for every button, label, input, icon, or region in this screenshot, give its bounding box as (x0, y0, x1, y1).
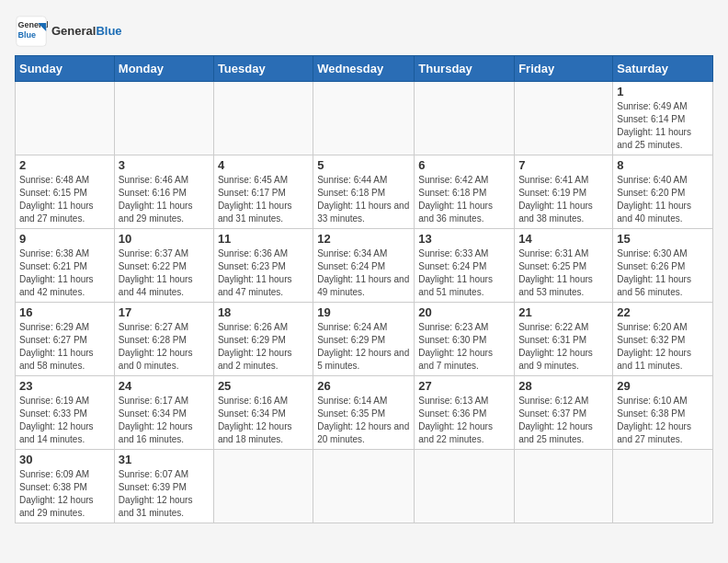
week-row-5: 23Sunrise: 6:19 AM Sunset: 6:33 PM Dayli… (16, 376, 713, 450)
day-number: 23 (19, 379, 110, 393)
calendar-cell: 30Sunrise: 6:09 AM Sunset: 6:38 PM Dayli… (16, 450, 115, 523)
calendar-cell: 6Sunrise: 6:42 AM Sunset: 6:18 PM Daylig… (415, 155, 515, 229)
calendar-cell: 25Sunrise: 6:16 AM Sunset: 6:34 PM Dayli… (213, 376, 313, 450)
calendar-cell: 9Sunrise: 6:38 AM Sunset: 6:21 PM Daylig… (16, 229, 115, 303)
week-row-6: 30Sunrise: 6:09 AM Sunset: 6:38 PM Dayli… (16, 450, 713, 523)
day-number: 24 (119, 379, 210, 393)
day-number: 11 (218, 232, 309, 246)
calendar-cell: 3Sunrise: 6:46 AM Sunset: 6:16 PM Daylig… (114, 155, 213, 229)
day-info: Sunrise: 6:17 AM Sunset: 6:34 PM Dayligh… (119, 395, 210, 446)
day-number: 29 (617, 379, 709, 393)
day-number: 13 (418, 232, 510, 246)
day-info: Sunrise: 6:13 AM Sunset: 6:36 PM Dayligh… (418, 395, 510, 446)
calendar-cell (213, 450, 313, 523)
day-info: Sunrise: 6:41 AM Sunset: 6:19 PM Dayligh… (518, 174, 609, 225)
day-number: 3 (119, 158, 210, 172)
calendar-cell: 16Sunrise: 6:29 AM Sunset: 6:27 PM Dayli… (16, 303, 115, 376)
day-number: 16 (19, 305, 110, 319)
day-info: Sunrise: 6:16 AM Sunset: 6:34 PM Dayligh… (218, 395, 309, 446)
calendar-cell (415, 450, 515, 523)
day-info: Sunrise: 6:40 AM Sunset: 6:20 PM Dayligh… (617, 174, 709, 225)
day-info: Sunrise: 6:30 AM Sunset: 6:26 PM Dayligh… (617, 247, 709, 299)
calendar-cell: 21Sunrise: 6:22 AM Sunset: 6:31 PM Dayli… (515, 303, 613, 376)
day-info: Sunrise: 6:12 AM Sunset: 6:37 PM Dayligh… (518, 395, 609, 446)
day-info: Sunrise: 6:29 AM Sunset: 6:27 PM Dayligh… (19, 321, 110, 373)
header-monday: Monday (114, 56, 213, 82)
day-info: Sunrise: 6:24 AM Sunset: 6:29 PM Dayligh… (317, 321, 410, 373)
day-info: Sunrise: 6:48 AM Sunset: 6:15 PM Dayligh… (19, 174, 110, 225)
calendar-cell (415, 82, 515, 155)
header-saturday: Saturday (613, 56, 713, 82)
calendar-cell (613, 450, 713, 523)
calendar-cell: 8Sunrise: 6:40 AM Sunset: 6:20 PM Daylig… (613, 155, 713, 229)
logo-icon: General Blue (15, 15, 48, 48)
calendar-cell: 18Sunrise: 6:26 AM Sunset: 6:29 PM Dayli… (213, 303, 313, 376)
day-number: 10 (119, 232, 210, 246)
calendar-cell: 27Sunrise: 6:13 AM Sunset: 6:36 PM Dayli… (415, 376, 515, 450)
logo-text: GeneralBlue (51, 24, 122, 39)
calendar-cell: 26Sunrise: 6:14 AM Sunset: 6:35 PM Dayli… (313, 376, 415, 450)
calendar-cell: 2Sunrise: 6:48 AM Sunset: 6:15 PM Daylig… (16, 155, 115, 229)
day-number: 9 (19, 232, 110, 246)
header-thursday: Thursday (415, 56, 515, 82)
day-info: Sunrise: 6:49 AM Sunset: 6:14 PM Dayligh… (617, 100, 709, 152)
svg-text:Blue: Blue (18, 30, 37, 40)
day-number: 31 (119, 453, 210, 466)
day-number: 4 (218, 158, 309, 172)
calendar-cell: 13Sunrise: 6:33 AM Sunset: 6:24 PM Dayli… (415, 229, 515, 303)
day-info: Sunrise: 6:19 AM Sunset: 6:33 PM Dayligh… (19, 395, 110, 446)
calendar-cell (515, 450, 613, 523)
day-number: 25 (218, 379, 309, 393)
calendar-cell: 4Sunrise: 6:45 AM Sunset: 6:17 PM Daylig… (213, 155, 313, 229)
day-info: Sunrise: 6:44 AM Sunset: 6:18 PM Dayligh… (317, 174, 410, 225)
day-number: 27 (418, 379, 510, 393)
day-number: 26 (317, 379, 410, 393)
day-number: 21 (518, 305, 609, 319)
day-info: Sunrise: 6:36 AM Sunset: 6:23 PM Dayligh… (218, 247, 309, 299)
calendar-cell: 10Sunrise: 6:37 AM Sunset: 6:22 PM Dayli… (114, 229, 213, 303)
day-info: Sunrise: 6:07 AM Sunset: 6:39 PM Dayligh… (119, 468, 210, 520)
day-number: 1 (617, 85, 709, 98)
day-info: Sunrise: 6:45 AM Sunset: 6:17 PM Dayligh… (218, 174, 309, 225)
calendar-cell: 14Sunrise: 6:31 AM Sunset: 6:25 PM Dayli… (515, 229, 613, 303)
day-number: 30 (19, 453, 110, 466)
day-info: Sunrise: 6:10 AM Sunset: 6:38 PM Dayligh… (617, 395, 709, 446)
day-info: Sunrise: 6:38 AM Sunset: 6:21 PM Dayligh… (19, 247, 110, 299)
day-number: 15 (617, 232, 709, 246)
day-number: 8 (617, 158, 709, 172)
day-number: 22 (617, 305, 709, 319)
day-info: Sunrise: 6:27 AM Sunset: 6:28 PM Dayligh… (119, 321, 210, 373)
day-number: 2 (19, 158, 110, 172)
calendar-cell (515, 82, 613, 155)
day-info: Sunrise: 6:14 AM Sunset: 6:35 PM Dayligh… (317, 395, 410, 446)
day-number: 20 (418, 305, 510, 319)
calendar-cell (16, 82, 115, 155)
calendar-cell: 15Sunrise: 6:30 AM Sunset: 6:26 PM Dayli… (613, 229, 713, 303)
day-info: Sunrise: 6:26 AM Sunset: 6:29 PM Dayligh… (218, 321, 309, 373)
week-row-3: 9Sunrise: 6:38 AM Sunset: 6:21 PM Daylig… (16, 229, 713, 303)
calendar-cell (213, 82, 313, 155)
day-number: 7 (518, 158, 609, 172)
week-row-1: 1Sunrise: 6:49 AM Sunset: 6:14 PM Daylig… (16, 82, 713, 155)
day-info: Sunrise: 6:37 AM Sunset: 6:22 PM Dayligh… (119, 247, 210, 299)
calendar-cell: 7Sunrise: 6:41 AM Sunset: 6:19 PM Daylig… (515, 155, 613, 229)
day-info: Sunrise: 6:46 AM Sunset: 6:16 PM Dayligh… (119, 174, 210, 225)
calendar-cell: 31Sunrise: 6:07 AM Sunset: 6:39 PM Dayli… (114, 450, 213, 523)
day-number: 14 (518, 232, 609, 246)
header-friday: Friday (515, 56, 613, 82)
calendar-cell: 11Sunrise: 6:36 AM Sunset: 6:23 PM Dayli… (213, 229, 313, 303)
calendar-cell: 22Sunrise: 6:20 AM Sunset: 6:32 PM Dayli… (613, 303, 713, 376)
day-number: 19 (317, 305, 410, 319)
calendar-cell: 17Sunrise: 6:27 AM Sunset: 6:28 PM Dayli… (114, 303, 213, 376)
calendar-cell: 1Sunrise: 6:49 AM Sunset: 6:14 PM Daylig… (613, 82, 713, 155)
calendar-cell (114, 82, 213, 155)
calendar-cell: 23Sunrise: 6:19 AM Sunset: 6:33 PM Dayli… (16, 376, 115, 450)
header-tuesday: Tuesday (213, 56, 313, 82)
day-info: Sunrise: 6:42 AM Sunset: 6:18 PM Dayligh… (418, 174, 510, 225)
calendar-cell: 24Sunrise: 6:17 AM Sunset: 6:34 PM Dayli… (114, 376, 213, 450)
day-number: 28 (518, 379, 609, 393)
logo: General Blue GeneralBlue (15, 15, 122, 48)
calendar-cell: 20Sunrise: 6:23 AM Sunset: 6:30 PM Dayli… (415, 303, 515, 376)
day-info: Sunrise: 6:23 AM Sunset: 6:30 PM Dayligh… (418, 321, 510, 373)
header: General Blue GeneralBlue (15, 15, 713, 48)
